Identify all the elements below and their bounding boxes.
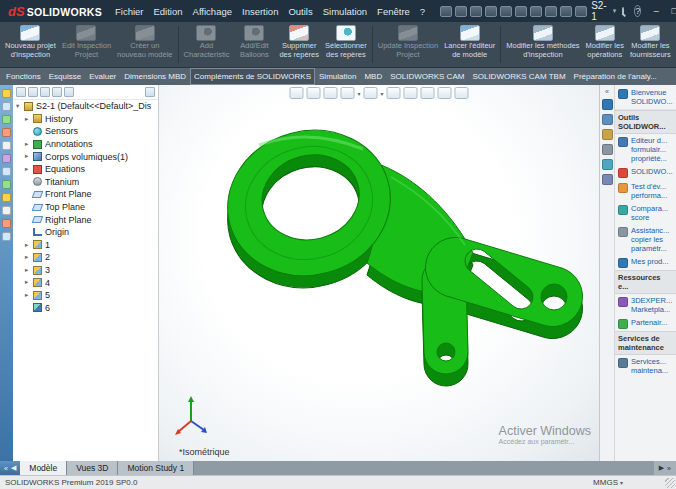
collapse-pane-icon[interactable]: «: [605, 88, 609, 95]
partners-link[interactable]: Partenair...: [615, 316, 676, 331]
add-characteristic-button[interactable]: Add Characteristic: [181, 23, 233, 66]
edit-suppliers-button[interactable]: Modifier les fournisseurs: [627, 23, 674, 66]
scroll-prev-icon[interactable]: ◀: [11, 464, 16, 472]
copy-settings-wizard-link[interactable]: Assistanc... copier les paramétr...: [615, 224, 676, 255]
my-products-link[interactable]: Mes prod...: [615, 255, 676, 270]
menu-help[interactable]: ?: [415, 2, 430, 21]
help-icon[interactable]: ?: [634, 5, 641, 17]
reference-plane-icon[interactable]: [2, 206, 11, 215]
display-style-icon[interactable]: [387, 87, 401, 99]
chevron-down-icon[interactable]: ▾: [381, 90, 384, 97]
chevron-down-icon[interactable]: ▾: [357, 90, 360, 97]
open-document-icon[interactable]: [455, 6, 467, 17]
print-icon[interactable]: [485, 6, 497, 17]
expand-arrow-icon[interactable]: ▸: [25, 116, 33, 123]
select-tool-icon[interactable]: [2, 89, 11, 98]
measure-icon[interactable]: [2, 232, 11, 241]
property-tab-builder-link[interactable]: Editeur d... formulair... propriété...: [615, 134, 676, 165]
tab-solidworks-cam-tbm[interactable]: SOLIDWORKS CAM TBM: [468, 68, 569, 85]
configurationmanager-tab-icon[interactable]: [40, 87, 50, 97]
fillet-icon[interactable]: [2, 167, 11, 176]
smart-dimension-icon[interactable]: [2, 115, 11, 124]
redo-icon[interactable]: [515, 6, 527, 17]
tree-item-annotations[interactable]: ▸ Annotations: [13, 138, 158, 151]
chevron-down-icon[interactable]: ▾: [611, 7, 619, 15]
tree-item-equations[interactable]: ▸ Equations: [13, 163, 158, 176]
menu-insertion[interactable]: Insertion: [237, 2, 283, 21]
solidworks-resources-icon[interactable]: [602, 114, 613, 125]
edit-inspection-methods-button[interactable]: Modifier les méthodes d'inspection: [503, 23, 582, 66]
tab-overflow-icon[interactable]: [145, 87, 155, 97]
tree-item-feature-5[interactable]: ▸ 5: [13, 289, 158, 302]
units-selector[interactable]: MMGS ▾: [593, 478, 623, 487]
search-icon[interactable]: [622, 7, 624, 15]
expand-arrow-icon[interactable]: ▸: [25, 292, 33, 299]
apply-scene-icon[interactable]: [438, 87, 452, 99]
featuremanager-tab-icon[interactable]: [16, 87, 26, 97]
previous-view-icon[interactable]: [323, 87, 337, 99]
expand-arrow-icon[interactable]: ▸: [25, 279, 33, 286]
select-balloons-button[interactable]: Sélectionner des repères: [322, 23, 370, 66]
scroll-last-icon[interactable]: »: [667, 465, 671, 472]
new-document-icon[interactable]: [440, 6, 452, 17]
tab-fonctions[interactable]: Fonctions: [2, 68, 45, 85]
tab-dimensions-mbd[interactable]: Dimensions MBD: [120, 68, 190, 85]
propertymanager-tab-icon[interactable]: [28, 87, 38, 97]
tab-esquisse[interactable]: Esquisse: [45, 68, 85, 85]
tab-modele[interactable]: Modèle: [20, 461, 67, 475]
rebuild-icon[interactable]: [545, 6, 557, 17]
tab-vues-3d[interactable]: Vues 3D: [67, 461, 118, 475]
tab-motion-study-1[interactable]: Motion Study 1: [118, 461, 194, 475]
welcome-link[interactable]: Bienvenue SOLIDWO...: [615, 85, 676, 110]
window-resize-grip[interactable]: [665, 478, 675, 488]
expand-arrow-icon[interactable]: ▾: [16, 103, 24, 110]
edit-inspection-project-button[interactable]: Edit Inspection Project: [59, 23, 114, 66]
dimxpertmanager-tab-icon[interactable]: [52, 87, 62, 97]
cut-icon[interactable]: [2, 154, 11, 163]
pattern-icon[interactable]: [2, 180, 11, 189]
home-icon[interactable]: [602, 99, 613, 110]
expand-arrow-icon[interactable]: ▸: [25, 242, 33, 249]
displaymanager-tab-icon[interactable]: [64, 87, 74, 97]
update-inspection-project-button[interactable]: Update Inspection Project: [375, 23, 441, 66]
custom-properties-icon[interactable]: [602, 174, 613, 185]
create-new-template-button[interactable]: Créer un nouveau modèle: [114, 23, 175, 66]
edit-operations-button[interactable]: Modifier les opérations: [583, 23, 627, 66]
tree-item-feature-2[interactable]: ▸ 2: [13, 251, 158, 264]
tree-item-feature-6[interactable]: 6: [13, 302, 158, 315]
marketplace-link[interactable]: 3DEXPER... Marketpla...: [615, 294, 676, 316]
expand-arrow-icon[interactable]: ▸: [25, 153, 33, 160]
performance-test-link[interactable]: Test d'év... performa...: [615, 180, 676, 202]
section-view-icon[interactable]: [340, 87, 354, 99]
menu-fichier[interactable]: Fichier: [110, 2, 149, 21]
tree-item-history[interactable]: ▸ History: [13, 113, 158, 126]
tab-evaluer[interactable]: Evaluer: [85, 68, 120, 85]
add-edit-balloons-button[interactable]: Add/Edit Balloons: [232, 23, 276, 66]
tree-item-feature-3[interactable]: ▸ 3: [13, 264, 158, 277]
expand-arrow-icon[interactable]: ▸: [25, 166, 33, 173]
revolve-icon[interactable]: [2, 141, 11, 150]
tree-item-material[interactable]: Titanium: [13, 176, 158, 189]
tree-item-sensors[interactable]: Sensors: [13, 125, 158, 138]
tab-mbd[interactable]: MBD: [360, 68, 386, 85]
appearances-icon[interactable]: [602, 159, 613, 170]
file-explorer-icon[interactable]: [602, 144, 613, 155]
scroll-first-icon[interactable]: «: [4, 465, 8, 472]
tab-complements-solidworks[interactable]: Compléments de SOLIDWORKS: [190, 68, 315, 85]
tab-solidworks-cam[interactable]: SOLIDWORKS CAM: [386, 68, 468, 85]
menu-outils[interactable]: Outils: [283, 2, 317, 21]
graphics-viewport[interactable]: ▾ ▾ *Isométrique Activer Windows: [159, 85, 599, 461]
undo-icon[interactable]: [500, 6, 512, 17]
menu-affichage[interactable]: Affichage: [188, 2, 237, 21]
delete-balloons-button[interactable]: Supprimer des repères: [276, 23, 322, 66]
extrude-icon[interactable]: [2, 128, 11, 137]
select-icon[interactable]: [530, 6, 542, 17]
expand-arrow-icon[interactable]: ▸: [25, 141, 33, 148]
tree-item-right-plane[interactable]: Right Plane: [13, 213, 158, 226]
part-3d-model[interactable]: [159, 85, 599, 461]
menu-simulation[interactable]: Simulation: [318, 2, 372, 21]
tree-item-origin[interactable]: Origin: [13, 226, 158, 239]
tab-preparation-analyse[interactable]: Préparation de l'analy...: [570, 68, 661, 85]
view-settings-icon[interactable]: [455, 87, 469, 99]
minimize-button[interactable]: –: [647, 3, 665, 19]
